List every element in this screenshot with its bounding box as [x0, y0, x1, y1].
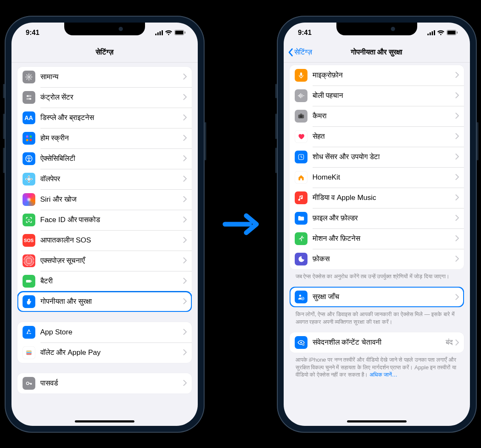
grid-icon [23, 132, 35, 145]
row-label: एक्सपोज़र सूचनाएँ [40, 257, 183, 265]
settings-row-folder[interactable]: फ़ाइल और फ़ोल्डर [290, 208, 464, 228]
runner-icon [295, 232, 307, 245]
music-icon [295, 191, 307, 204]
settings-row-wallet[interactable]: वॉलेट और Apple Pay [17, 342, 192, 363]
volume-down [275, 148, 277, 173]
settings-row-SOS[interactable]: SOSआपातकालीन SOS [17, 230, 192, 251]
svg-rect-30 [26, 352, 31, 353]
group-footer: आपके iPhone पर नग्न तस्वीरें और वीडियो द… [290, 356, 464, 380]
svg-rect-42 [300, 72, 302, 76]
row-label: शोध सेंसर और उपयोग डेटा [313, 153, 455, 161]
svg-rect-45 [300, 114, 302, 115]
settings-row-exposure[interactable]: एक्सपोज़र सूचनाएँ [17, 251, 192, 271]
row-label: सुरक्षा जाँच [313, 293, 455, 301]
settings-row-eyewarn[interactable]: संवेदनशील कॉन्टेंट चेतावनीबंद [290, 332, 464, 353]
settings-row-switches[interactable]: कंट्रोल सेंटर [17, 87, 192, 108]
camera-icon [295, 110, 307, 123]
row-label: सेहत [313, 132, 455, 141]
settings-row-research[interactable]: शोध सेंसर और उपयोग डेटा [290, 147, 464, 167]
chevron-right-icon [455, 213, 459, 223]
power-button [205, 122, 206, 160]
svg-rect-5 [175, 31, 183, 34]
settings-row-safetycheck[interactable]: सुरक्षा जाँच [290, 287, 464, 307]
row-label: वॉलपेपर [40, 175, 183, 183]
page-title: सेटिंग्ज़ [96, 48, 114, 57]
home-indicator[interactable] [75, 420, 134, 422]
svg-point-18 [28, 178, 30, 180]
row-label: Siri और खोज [40, 195, 183, 204]
mute-switch [3, 84, 5, 98]
row-label: App Store [40, 328, 183, 337]
settings-row-faceid[interactable]: Face ID और पासकोड [17, 210, 192, 230]
nav-bar: सेटिंग्ज़ [11, 43, 198, 63]
settings-row-gear[interactable]: सामान्य [17, 67, 192, 87]
hand-icon [23, 295, 35, 308]
svg-rect-41 [457, 31, 458, 34]
switches-icon [23, 91, 35, 104]
chevron-right-icon [183, 133, 187, 143]
svg-rect-31 [26, 353, 31, 354]
svg-rect-3 [162, 30, 163, 35]
chevron-right-icon [183, 72, 187, 82]
row-label: मोशन और फ़िटनेस [313, 234, 455, 243]
flower-icon [23, 173, 35, 185]
folder-icon [295, 212, 307, 225]
svg-rect-14 [26, 139, 28, 141]
settings-row-hand[interactable]: गोपनीयता और सुरक्षा [17, 291, 192, 312]
learn-more-link[interactable]: अधिक जानें… [370, 371, 398, 378]
settings-row-battery[interactable]: बैटरी [17, 271, 192, 291]
settings-row-music[interactable]: मीडिया व Apple Music [290, 188, 464, 208]
settings-row-heart[interactable]: सेहत [290, 126, 464, 147]
svg-point-19 [28, 176, 29, 178]
settings-row-appstore[interactable]: App Store [17, 322, 192, 342]
settings-row-grid[interactable]: होम स्क्रीन [17, 128, 192, 148]
svg-rect-38 [434, 30, 435, 35]
settings-row-mic[interactable]: माइक्रोफ़ोन [290, 65, 464, 86]
settings-row-wave[interactable]: बोली पहचान [290, 86, 464, 106]
svg-point-47 [301, 236, 302, 237]
settings-row-moon[interactable]: फ़ोकस [290, 249, 464, 269]
notch [64, 23, 145, 35]
volume-down [3, 148, 5, 173]
svg-rect-0 [155, 34, 157, 35]
svg-point-22 [30, 178, 32, 180]
row-label: बोली पहचान [313, 91, 455, 100]
row-label: Face ID और पासकोड [40, 216, 183, 224]
settings-row-AA[interactable]: AAडिस्प्ले और ब्राइटनेस [17, 108, 192, 128]
svg-rect-12 [26, 135, 28, 137]
settings-row-runner[interactable]: मोशन और फ़िटनेस [290, 228, 464, 249]
mute-switch [275, 84, 277, 98]
status-time: 9:41 [26, 29, 40, 37]
wallet-icon [23, 346, 35, 359]
row-label: कंट्रोल सेंटर [40, 93, 183, 102]
svg-point-33 [26, 382, 29, 385]
status-time: 9:41 [298, 29, 312, 37]
volume-up [275, 114, 277, 139]
row-label: ऐक्सेसिबिलिटी [40, 154, 183, 163]
chevron-right-icon [455, 234, 459, 243]
settings-row-accessibility[interactable]: ऐक्सेसिबिलिटी [17, 148, 192, 169]
chevron-right-icon [455, 70, 459, 80]
chevron-right-icon [455, 152, 459, 162]
chevron-right-icon [455, 172, 459, 182]
SOS-icon: SOS [23, 234, 35, 247]
chevron-right-icon [183, 174, 187, 184]
home-indicator[interactable] [347, 420, 407, 422]
power-button [477, 122, 478, 160]
chevron-right-icon [183, 327, 187, 337]
svg-rect-2 [159, 31, 161, 35]
svg-point-24 [28, 198, 30, 201]
settings-row-siri[interactable]: Siri और खोज [17, 189, 192, 210]
chevron-right-icon [183, 297, 187, 306]
settings-row-key[interactable]: पासवर्ड [17, 373, 192, 394]
settings-row-flower[interactable]: वॉलपेपर [17, 169, 192, 189]
chevron-right-icon [455, 131, 459, 141]
svg-rect-13 [29, 135, 31, 137]
settings-row-camera[interactable]: कैमरा [290, 106, 464, 126]
chevron-right-icon [183, 215, 187, 225]
settings-row-home[interactable]: HomeKit [290, 167, 464, 188]
svg-point-11 [29, 98, 31, 100]
cellular-icon [427, 30, 435, 35]
back-button[interactable]: सेटिंग्ज़ [288, 43, 312, 62]
chevron-right-icon [183, 256, 187, 265]
